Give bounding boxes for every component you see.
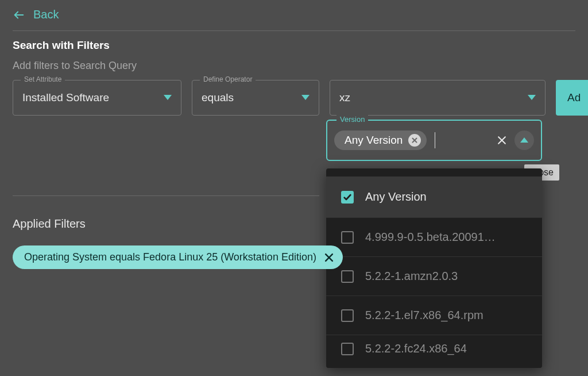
add-button-label: Ad xyxy=(567,91,581,104)
version-option[interactable]: 5.2.2-1.el7.x86_64.rpm xyxy=(326,296,542,335)
version-option-label: 5.2.2-1.el7.x86_64.rpm xyxy=(365,309,483,322)
value-select[interactable]: xz xyxy=(330,80,546,116)
checkbox-icon xyxy=(341,309,354,322)
clear-icon[interactable] xyxy=(494,132,510,148)
version-option[interactable]: 5.2.2-2.fc24.x86_64 xyxy=(326,335,542,360)
version-option-label: 5.2.2-1.amzn2.0.3 xyxy=(365,270,458,283)
back-link[interactable]: Back xyxy=(13,7,575,27)
operator-legend: Define Operator xyxy=(200,75,256,83)
version-chip-label: Any Version xyxy=(345,134,403,147)
caret-down-icon xyxy=(301,95,310,101)
value-field: xz xyxy=(330,80,546,116)
version-option[interactable]: 5.2.2-1.amzn2.0.3 xyxy=(326,256,542,296)
operator-value: equals xyxy=(202,91,234,104)
version-option-label: Any Version xyxy=(365,190,427,204)
applied-filter-label: Operating System equals Fedora Linux 25 … xyxy=(24,251,316,263)
divider xyxy=(13,30,575,31)
caret-down-icon xyxy=(164,95,172,101)
section-subtitle: Add filters to Search Query xyxy=(13,60,575,72)
checkbox-icon xyxy=(341,231,354,244)
version-legend: Version xyxy=(336,115,368,124)
applied-filters-title: Applied Filters xyxy=(13,217,343,231)
version-option[interactable]: 4.999.9-0.5.beta.20091… xyxy=(326,217,542,256)
version-dropdown: Any Version4.999.9-0.5.beta.20091…5.2.2-… xyxy=(326,168,542,368)
add-filter-button[interactable]: Ad xyxy=(556,80,588,116)
operator-field: Define Operator equals xyxy=(192,80,319,116)
operator-select[interactable]: equals xyxy=(192,80,319,116)
caret-down-icon xyxy=(528,95,536,101)
version-option-label: 4.999.9-0.5.beta.20091… xyxy=(365,231,496,244)
applied-filter-chip: Operating System equals Fedora Linux 25 … xyxy=(13,245,343,269)
svg-marker-2 xyxy=(301,95,310,100)
checkbox-checked-icon xyxy=(341,191,354,204)
svg-marker-3 xyxy=(528,95,536,100)
back-label: Back xyxy=(33,8,59,21)
attribute-value: Installed Software xyxy=(22,91,109,104)
checkbox-icon xyxy=(341,270,354,283)
divider xyxy=(13,195,319,196)
attribute-field: Set Attribute Installed Software xyxy=(13,80,181,116)
attribute-legend: Set Attribute xyxy=(21,75,65,83)
section-title: Search with Filters xyxy=(13,39,575,52)
version-chip: Any Version xyxy=(334,131,427,150)
attribute-select[interactable]: Installed Software xyxy=(13,80,181,116)
remove-filter-icon[interactable] xyxy=(323,252,335,263)
chip-remove-icon[interactable] xyxy=(408,134,421,147)
value-text: xz xyxy=(339,91,350,104)
svg-marker-1 xyxy=(164,95,172,100)
version-option-label: 5.2.2-2.fc24.x86_64 xyxy=(365,342,467,355)
version-field: Version Any Version Close xyxy=(326,120,542,161)
arrow-left-icon xyxy=(13,9,25,21)
caret-up-icon[interactable] xyxy=(514,131,534,150)
version-combobox[interactable]: Any Version xyxy=(326,120,542,161)
checkbox-icon xyxy=(341,343,354,355)
version-option[interactable]: Any Version xyxy=(326,177,542,217)
text-cursor xyxy=(435,132,435,148)
svg-marker-8 xyxy=(520,137,528,143)
